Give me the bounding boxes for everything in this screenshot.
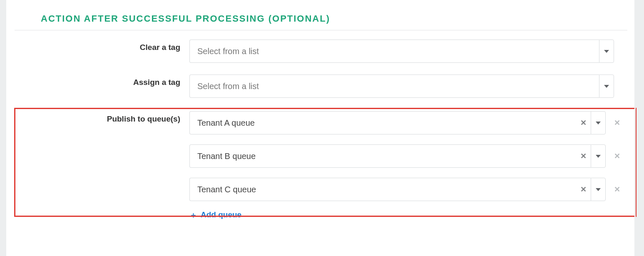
queue-clear-button[interactable]: ✕ <box>576 144 591 168</box>
queue-clear-button[interactable]: ✕ <box>576 111 591 134</box>
page: ACTION AFTER SUCCESSFUL PROCESSING (OPTI… <box>0 0 644 256</box>
queue-select-value[interactable]: Tenant A queue <box>189 111 576 134</box>
form-card: ACTION AFTER SUCCESSFUL PROCESSING (OPTI… <box>6 0 636 256</box>
field-publish-queues: Tenant A queue✕✕Tenant B queue✕✕Tenant C… <box>189 111 622 219</box>
queue-caret[interactable] <box>591 144 606 168</box>
queue-row: Tenant C queue✕✕ <box>189 178 622 201</box>
scroll-gutter <box>634 0 636 256</box>
queues-wrapper: Publish to queue(s) Tenant A queue✕✕Tena… <box>15 109 627 219</box>
close-icon: ✕ <box>580 186 587 193</box>
plus-icon: ＋ <box>189 211 197 219</box>
form-area: Clear a tag Select from a list Assign a … <box>15 30 627 219</box>
close-icon: ✕ <box>580 119 587 127</box>
chevron-down-icon <box>604 85 609 88</box>
chevron-down-icon <box>596 122 601 124</box>
queue-remove-button[interactable]: ✕ <box>606 152 622 160</box>
queue-remove-button[interactable]: ✕ <box>606 186 622 194</box>
clear-tag-caret[interactable] <box>599 40 614 63</box>
chevron-down-icon <box>604 50 609 53</box>
clear-tag-select[interactable]: Select from a list <box>189 40 614 63</box>
queue-select-value[interactable]: Tenant B queue <box>189 144 576 168</box>
queue-select-value[interactable]: Tenant C queue <box>189 178 576 201</box>
close-icon: ✕ <box>614 152 620 160</box>
section-title: ACTION AFTER SUCCESSFUL PROCESSING (OPTI… <box>15 0 627 30</box>
clear-tag-select-value[interactable]: Select from a list <box>189 40 599 63</box>
field-clear-tag: Select from a list <box>189 40 622 63</box>
label-clear-tag: Clear a tag <box>15 40 189 52</box>
add-queue-label: Add queue <box>201 210 241 219</box>
queue-clear-button[interactable]: ✕ <box>576 178 591 201</box>
assign-tag-caret[interactable] <box>599 75 614 98</box>
queue-rows: Tenant A queue✕✕Tenant B queue✕✕Tenant C… <box>189 111 622 201</box>
row-assign-tag: Assign a tag Select from a list <box>15 75 627 98</box>
chevron-down-icon <box>596 188 601 191</box>
queue-select[interactable]: Tenant B queue✕ <box>189 144 606 168</box>
add-queue-button[interactable]: ＋ Add queue <box>189 210 241 219</box>
queue-caret[interactable] <box>591 178 606 201</box>
assign-tag-select[interactable]: Select from a list <box>189 75 614 98</box>
label-publish-queues: Publish to queue(s) <box>15 111 189 219</box>
close-icon: ✕ <box>614 185 620 194</box>
label-assign-tag: Assign a tag <box>15 75 189 87</box>
queue-row: Tenant B queue✕✕ <box>189 144 622 168</box>
close-icon: ✕ <box>580 152 587 160</box>
queue-select[interactable]: Tenant C queue✕ <box>189 178 606 201</box>
queue-caret[interactable] <box>591 111 606 134</box>
close-icon: ✕ <box>614 119 620 127</box>
queue-remove-button[interactable]: ✕ <box>606 119 622 127</box>
queue-select[interactable]: Tenant A queue✕ <box>189 111 606 134</box>
chevron-down-icon <box>596 155 601 158</box>
assign-tag-select-value[interactable]: Select from a list <box>189 75 599 98</box>
field-assign-tag: Select from a list <box>189 75 622 98</box>
queue-row: Tenant A queue✕✕ <box>189 111 622 134</box>
row-clear-tag: Clear a tag Select from a list <box>15 40 627 63</box>
